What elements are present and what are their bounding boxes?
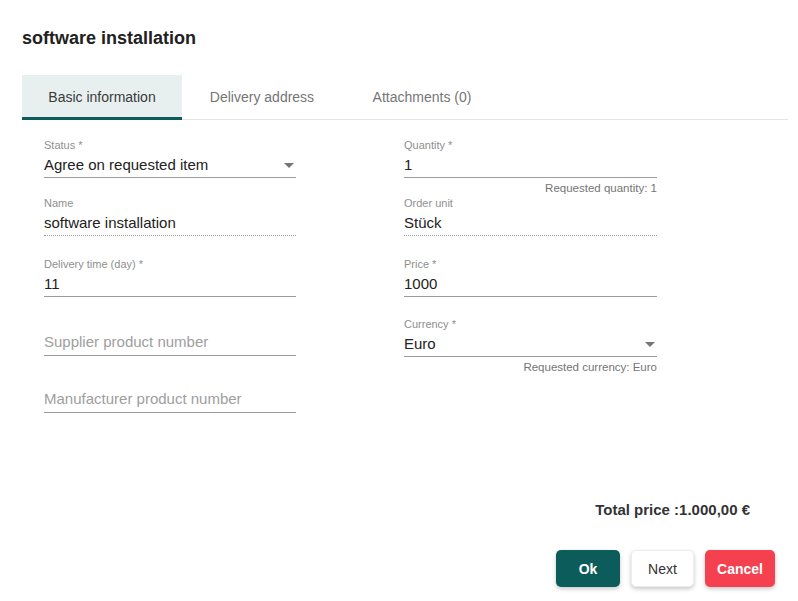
supplier-product-number-field: [44, 328, 296, 356]
chevron-down-icon: [645, 342, 655, 347]
next-button[interactable]: Next: [631, 550, 694, 587]
tab-basic-information[interactable]: Basic information: [22, 75, 182, 119]
requested-quantity-hint: Requested quantity: 1: [545, 182, 657, 195]
quantity-input[interactable]: [404, 157, 657, 173]
status-field: Status * Agree on requested item: [44, 139, 296, 178]
delivery-time-field: Delivery time (day) *: [44, 258, 296, 297]
currency-select[interactable]: Euro: [404, 331, 657, 357]
currency-value: Euro: [404, 336, 436, 352]
manufacturer-product-number-input[interactable]: [44, 391, 296, 407]
price-input[interactable]: [404, 276, 657, 292]
cancel-button[interactable]: Cancel: [705, 550, 775, 587]
status-label: Status *: [44, 139, 296, 152]
ok-button[interactable]: Ok: [556, 550, 620, 587]
total-price-label: Total price :: [595, 501, 679, 518]
order-unit-value: Stück: [404, 210, 657, 236]
quantity-field: Quantity * Requested quantity: 1: [404, 139, 657, 178]
total-price: Total price :1.000,00 €: [0, 501, 798, 518]
currency-label: Currency *: [404, 318, 657, 331]
tab-basic-information-label: Basic information: [48, 89, 155, 105]
dialog: software installation Basic information …: [0, 28, 798, 587]
price-field: Price *: [404, 258, 657, 297]
delivery-time-label: Delivery time (day) *: [44, 258, 296, 271]
order-unit-field: Order unit Stück: [404, 197, 657, 236]
order-unit-label: Order unit: [404, 197, 657, 210]
tab-bar: Basic information Delivery address Attac…: [22, 75, 788, 120]
name-label: Name: [44, 197, 296, 210]
name-value: software installation: [44, 210, 296, 236]
chevron-down-icon: [284, 163, 294, 168]
status-select[interactable]: Agree on requested item: [44, 152, 296, 178]
status-value: Agree on requested item: [44, 157, 208, 173]
requested-currency-hint: Requested currency: Euro: [523, 361, 657, 374]
tab-delivery-address[interactable]: Delivery address: [182, 75, 342, 119]
supplier-product-number-input[interactable]: [44, 334, 296, 350]
action-bar: Ok Next Cancel: [0, 550, 798, 587]
price-label: Price *: [404, 258, 657, 271]
page-title: software installation: [22, 28, 798, 49]
total-price-value: 1.000,00 €: [679, 501, 750, 518]
manufacturer-product-number-field: [44, 385, 296, 413]
currency-field: Currency * Euro Requested currency: Euro: [404, 318, 657, 357]
quantity-label: Quantity *: [404, 139, 657, 152]
delivery-time-input[interactable]: [44, 276, 296, 292]
name-field: Name software installation: [44, 197, 296, 236]
tab-delivery-address-label: Delivery address: [210, 89, 314, 105]
tab-attachments-label: Attachments (0): [373, 89, 472, 105]
tab-attachments[interactable]: Attachments (0): [342, 75, 502, 119]
basic-information-form: Status * Agree on requested item Name so…: [44, 139, 798, 413]
